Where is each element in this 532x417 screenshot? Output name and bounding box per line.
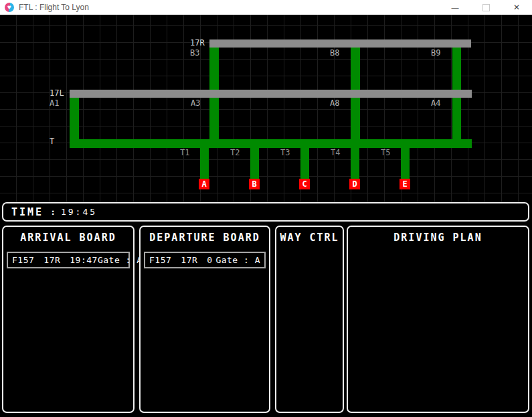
exit-b8-label: B8 — [330, 49, 339, 58]
gate-b-taxiway-stub — [250, 148, 259, 179]
driving-plan-title: DRIVING PLAN — [348, 232, 528, 244]
driving-plan-panel: DRIVING PLAN — [347, 226, 529, 413]
app-heart-icon: ♥ — [5, 3, 14, 12]
minimize-button[interactable]: — — [440, 0, 470, 15]
departure-board-panel: DEPARTURE BOARD F157 17R 0 Gate : A — [139, 226, 270, 413]
stand-t1-label: T1 — [180, 149, 189, 157]
arrival-flight-row[interactable]: F157 17R 19:47 Gate : A — [7, 252, 130, 268]
window-title: FTL : Flight To Lyon — [19, 3, 89, 12]
gate-b-marker: B — [249, 179, 260, 189]
close-icon: ✕ — [513, 3, 520, 11]
arrival-flight-time: 19:47 — [70, 255, 98, 265]
arrival-flight-runway: 17R — [43, 255, 60, 265]
gate-a-marker: A — [199, 179, 209, 189]
departure-flight-time: 0 — [207, 255, 212, 265]
stand-t5-label: T5 — [381, 149, 390, 157]
time-label: TIME — [11, 206, 43, 218]
runway-17r-label: 17R — [190, 39, 205, 48]
way-ctrl-title: WAY CTRL — [276, 232, 343, 244]
stand-t4-label: T4 — [331, 149, 340, 157]
taxiway-t-main — [70, 139, 472, 148]
taxiway-segment-a3-b3 — [209, 48, 219, 148]
gate-d-taxiway-stub — [351, 148, 359, 179]
taxiway-segment-a4-b9 — [452, 48, 461, 148]
stand-t3-label: T3 — [280, 149, 290, 157]
gate-c-taxiway-stub — [300, 148, 309, 179]
departure-board-title: DEPARTURE BOARD — [141, 232, 269, 244]
departure-flight-row[interactable]: F157 17R 0 Gate : A — [144, 252, 266, 268]
window-controls: — ✕ — [440, 0, 532, 15]
gate-e-marker: E — [400, 179, 410, 189]
departure-flight-gate: Gate : A — [215, 255, 260, 265]
time-separator: : — [50, 207, 56, 217]
gate-d-marker: D — [349, 179, 360, 189]
exit-b9-label: B9 — [431, 49, 440, 58]
arrival-flight-gate: Gate : A — [98, 255, 143, 265]
runway-17l-bar — [70, 90, 472, 98]
runway-17l-label: 17L — [50, 89, 64, 98]
way-ctrl-panel: WAY CTRL — [275, 226, 344, 413]
arrival-board-title: ARRIVAL BOARD — [3, 232, 133, 244]
departure-flight-number: F157 — [149, 255, 171, 265]
arrival-board-panel: ARRIVAL BOARD F157 17R 19:47 Gate : A — [2, 226, 135, 413]
exit-b3-label: B3 — [190, 49, 199, 58]
close-button[interactable]: ✕ — [501, 0, 532, 15]
minimize-icon: — — [452, 4, 459, 11]
game-canvas: 17R B3 B8 B9 17L A1 A3 A8 A4 T T1 T2 T3 … — [0, 15, 532, 417]
airport-map: 17R B3 B8 B9 17L A1 A3 A8 A4 T T1 T2 T3 … — [0, 15, 532, 202]
arrival-flight-number: F157 — [12, 255, 34, 265]
exit-a3-label: A3 — [191, 99, 200, 108]
maximize-icon — [482, 4, 490, 11]
maximize-button[interactable] — [470, 0, 501, 15]
title-bar: ♥ FTL : Flight To Lyon — ✕ — [0, 0, 532, 15]
gate-c-marker: C — [299, 179, 310, 189]
time-value: 19:45 — [61, 207, 97, 217]
taxiway-segment-a8-b8 — [351, 48, 360, 148]
departure-flight-runway: 17R — [181, 255, 197, 265]
exit-a1-label: A1 — [50, 99, 59, 108]
time-panel: TIME : 19:45 — [2, 202, 529, 222]
exit-a8-label: A8 — [330, 99, 339, 108]
heart-glyph: ♥ — [7, 4, 11, 11]
taxiway-t-label: T — [50, 137, 54, 146]
gate-a-taxiway-stub — [200, 148, 209, 179]
exit-a4-label: A4 — [431, 99, 440, 108]
stand-t2-label: T2 — [230, 149, 240, 157]
gate-e-taxiway-stub — [401, 148, 410, 179]
runway-17r-bar — [209, 39, 471, 48]
